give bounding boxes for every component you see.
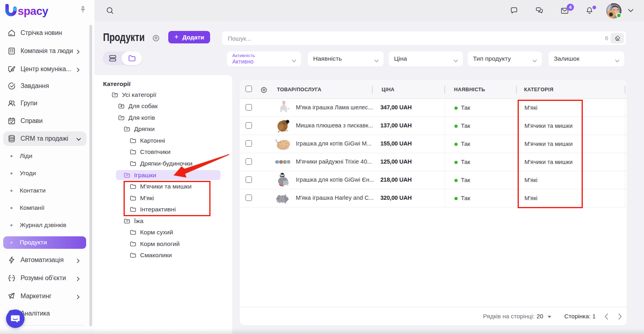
svg-text:spacy: spacy xyxy=(18,5,49,17)
